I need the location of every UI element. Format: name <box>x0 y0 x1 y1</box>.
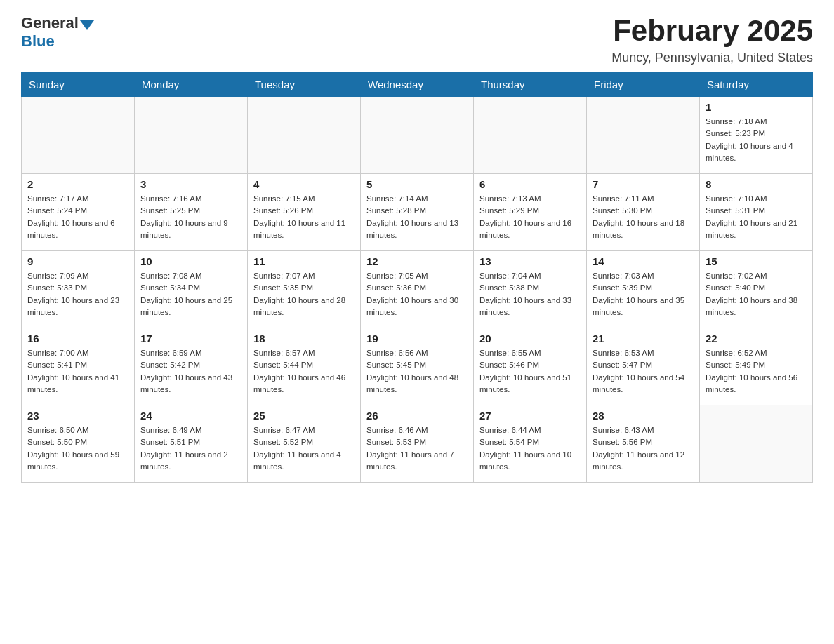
table-row: 21Sunrise: 6:53 AMSunset: 5:47 PMDayligh… <box>587 328 700 405</box>
table-row: 16Sunrise: 7:00 AMSunset: 5:41 PMDayligh… <box>22 328 135 405</box>
day-info: Sunrise: 6:44 AMSunset: 5:54 PMDaylight:… <box>479 424 581 473</box>
day-info: Sunrise: 6:53 AMSunset: 5:47 PMDaylight:… <box>593 347 694 396</box>
logo-blue-text: Blue <box>21 32 55 50</box>
day-number: 6 <box>479 178 581 190</box>
table-row: 22Sunrise: 6:52 AMSunset: 5:49 PMDayligh… <box>700 328 813 405</box>
col-saturday: Saturday <box>700 73 813 97</box>
day-info: Sunrise: 6:55 AMSunset: 5:46 PMDaylight:… <box>479 347 581 396</box>
day-number: 18 <box>253 333 355 344</box>
day-info: Sunrise: 6:49 AMSunset: 5:51 PMDaylight:… <box>140 424 241 473</box>
table-row: 13Sunrise: 7:04 AMSunset: 5:38 PMDayligh… <box>474 251 587 328</box>
day-info: Sunrise: 7:11 AMSunset: 5:30 PMDaylight:… <box>593 193 694 241</box>
day-info: Sunrise: 7:18 AMSunset: 5:23 PMDaylight:… <box>706 116 807 164</box>
day-info: Sunrise: 7:05 AMSunset: 5:36 PMDaylight:… <box>366 270 468 318</box>
day-info: Sunrise: 6:52 AMSunset: 5:49 PMDaylight:… <box>706 347 807 396</box>
col-monday: Monday <box>135 73 248 97</box>
day-number: 3 <box>140 178 241 190</box>
day-number: 12 <box>366 255 468 267</box>
calendar-week-row: 1Sunrise: 7:18 AMSunset: 5:23 PMDaylight… <box>22 97 813 174</box>
table-row: 12Sunrise: 7:05 AMSunset: 5:36 PMDayligh… <box>361 251 474 328</box>
logo-top-row: General <box>21 14 94 32</box>
month-title: February 2025 <box>611 14 813 48</box>
table-row: 1Sunrise: 7:18 AMSunset: 5:23 PMDaylight… <box>700 97 813 174</box>
day-number: 13 <box>479 255 581 267</box>
title-block: February 2025 Muncy, Pennsylvania, Unite… <box>611 14 813 65</box>
day-number: 24 <box>140 410 241 422</box>
col-tuesday: Tuesday <box>248 73 361 97</box>
day-number: 15 <box>706 255 807 267</box>
table-row: 23Sunrise: 6:50 AMSunset: 5:50 PMDayligh… <box>22 405 135 483</box>
page-header: General Blue February 2025 Muncy, Pennsy… <box>21 14 813 65</box>
table-row: 3Sunrise: 7:16 AMSunset: 5:25 PMDaylight… <box>135 174 248 251</box>
calendar-header-row: Sunday Monday Tuesday Wednesday Thursday… <box>22 73 813 97</box>
table-row <box>700 405 813 483</box>
day-number: 22 <box>706 333 807 344</box>
day-info: Sunrise: 7:17 AMSunset: 5:24 PMDaylight:… <box>27 193 128 241</box>
calendar-week-row: 2Sunrise: 7:17 AMSunset: 5:24 PMDaylight… <box>22 174 813 251</box>
day-info: Sunrise: 7:13 AMSunset: 5:29 PMDaylight:… <box>479 193 581 241</box>
day-number: 7 <box>593 178 694 190</box>
day-number: 2 <box>27 178 128 190</box>
day-number: 19 <box>366 333 468 344</box>
day-info: Sunrise: 7:00 AMSunset: 5:41 PMDaylight:… <box>27 347 128 396</box>
table-row <box>587 97 700 174</box>
table-row <box>22 97 135 174</box>
day-number: 14 <box>593 255 694 267</box>
day-number: 8 <box>706 178 807 190</box>
day-number: 26 <box>366 410 468 422</box>
logo-triangle-icon <box>80 20 94 30</box>
table-row: 20Sunrise: 6:55 AMSunset: 5:46 PMDayligh… <box>474 328 587 405</box>
day-number: 1 <box>706 101 807 113</box>
day-info: Sunrise: 6:57 AMSunset: 5:44 PMDaylight:… <box>253 347 355 396</box>
day-number: 4 <box>253 178 355 190</box>
day-number: 9 <box>27 255 128 267</box>
table-row <box>474 97 587 174</box>
day-info: Sunrise: 7:04 AMSunset: 5:38 PMDaylight:… <box>479 270 581 318</box>
table-row: 18Sunrise: 6:57 AMSunset: 5:44 PMDayligh… <box>248 328 361 405</box>
table-row: 19Sunrise: 6:56 AMSunset: 5:45 PMDayligh… <box>361 328 474 405</box>
day-info: Sunrise: 7:07 AMSunset: 5:35 PMDaylight:… <box>253 270 355 318</box>
day-info: Sunrise: 7:03 AMSunset: 5:39 PMDaylight:… <box>593 270 694 318</box>
table-row: 2Sunrise: 7:17 AMSunset: 5:24 PMDaylight… <box>22 174 135 251</box>
day-info: Sunrise: 7:15 AMSunset: 5:26 PMDaylight:… <box>253 193 355 241</box>
table-row <box>248 97 361 174</box>
day-number: 16 <box>27 333 128 344</box>
logo: General Blue <box>21 14 94 51</box>
table-row: 8Sunrise: 7:10 AMSunset: 5:31 PMDaylight… <box>700 174 813 251</box>
table-row: 6Sunrise: 7:13 AMSunset: 5:29 PMDaylight… <box>474 174 587 251</box>
day-number: 17 <box>140 333 241 344</box>
table-row: 15Sunrise: 7:02 AMSunset: 5:40 PMDayligh… <box>700 251 813 328</box>
table-row: 11Sunrise: 7:07 AMSunset: 5:35 PMDayligh… <box>248 251 361 328</box>
col-wednesday: Wednesday <box>361 73 474 97</box>
day-info: Sunrise: 7:08 AMSunset: 5:34 PMDaylight:… <box>140 270 241 318</box>
col-sunday: Sunday <box>22 73 135 97</box>
day-info: Sunrise: 7:10 AMSunset: 5:31 PMDaylight:… <box>706 193 807 241</box>
table-row: 27Sunrise: 6:44 AMSunset: 5:54 PMDayligh… <box>474 405 587 483</box>
day-number: 11 <box>253 255 355 267</box>
table-row: 17Sunrise: 6:59 AMSunset: 5:42 PMDayligh… <box>135 328 248 405</box>
day-info: Sunrise: 7:02 AMSunset: 5:40 PMDaylight:… <box>706 270 807 318</box>
day-info: Sunrise: 6:50 AMSunset: 5:50 PMDaylight:… <box>27 424 128 473</box>
table-row: 7Sunrise: 7:11 AMSunset: 5:30 PMDaylight… <box>587 174 700 251</box>
logo-general-text: General <box>21 14 79 32</box>
table-row <box>361 97 474 174</box>
calendar-week-row: 23Sunrise: 6:50 AMSunset: 5:50 PMDayligh… <box>22 405 813 483</box>
table-row: 24Sunrise: 6:49 AMSunset: 5:51 PMDayligh… <box>135 405 248 483</box>
day-number: 10 <box>140 255 241 267</box>
table-row: 10Sunrise: 7:08 AMSunset: 5:34 PMDayligh… <box>135 251 248 328</box>
calendar-week-row: 16Sunrise: 7:00 AMSunset: 5:41 PMDayligh… <box>22 328 813 405</box>
day-number: 28 <box>593 410 694 422</box>
calendar-table: Sunday Monday Tuesday Wednesday Thursday… <box>21 72 813 483</box>
calendar-week-row: 9Sunrise: 7:09 AMSunset: 5:33 PMDaylight… <box>22 251 813 328</box>
col-friday: Friday <box>587 73 700 97</box>
day-info: Sunrise: 7:16 AMSunset: 5:25 PMDaylight:… <box>140 193 241 241</box>
table-row: 26Sunrise: 6:46 AMSunset: 5:53 PMDayligh… <box>361 405 474 483</box>
day-info: Sunrise: 6:47 AMSunset: 5:52 PMDaylight:… <box>253 424 355 473</box>
day-info: Sunrise: 6:56 AMSunset: 5:45 PMDaylight:… <box>366 347 468 396</box>
table-row <box>135 97 248 174</box>
location-text: Muncy, Pennsylvania, United States <box>611 51 813 65</box>
day-info: Sunrise: 6:46 AMSunset: 5:53 PMDaylight:… <box>366 424 468 473</box>
day-info: Sunrise: 6:43 AMSunset: 5:56 PMDaylight:… <box>593 424 694 473</box>
table-row: 9Sunrise: 7:09 AMSunset: 5:33 PMDaylight… <box>22 251 135 328</box>
logo-bottom-row: Blue <box>21 32 55 51</box>
